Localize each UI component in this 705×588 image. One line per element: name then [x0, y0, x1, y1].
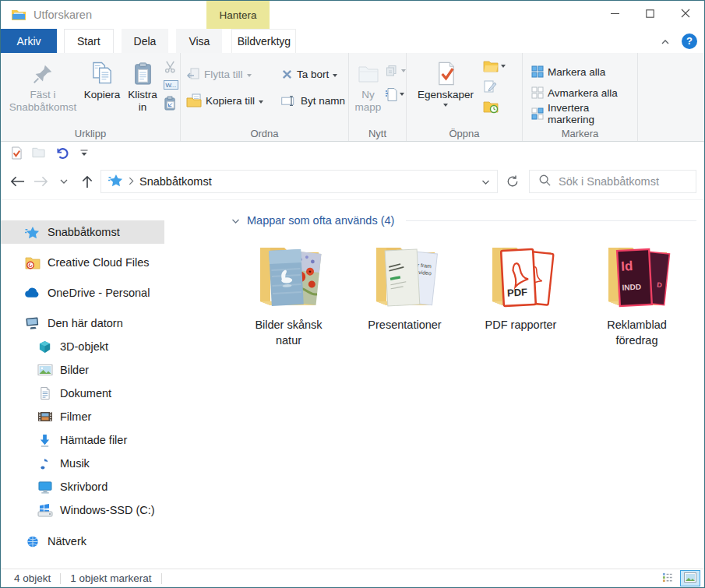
search-icon [538, 174, 551, 189]
cut-icon [164, 60, 177, 73]
history-button[interactable] [483, 97, 499, 116]
sidebar-item-3d-objects[interactable]: 3D-objekt [1, 335, 164, 358]
sidebar-item-downloads[interactable]: Hämtade filer [1, 428, 164, 452]
maximize-icon [646, 7, 654, 21]
qat-properties-button[interactable] [10, 146, 22, 160]
ribbon-group-select: Markera alla Avmarkera alla Invertera ma… [523, 53, 638, 141]
address-bar-row: Snabbåtkomst Sök i Snabbåtkomst [1, 164, 704, 200]
collapse-ribbon-icon[interactable] [661, 34, 670, 48]
sidebar-item-this-pc[interactable]: Den här datorn [1, 312, 164, 335]
sidebar-item-music[interactable]: Musik [1, 452, 164, 475]
tab-picture-tools[interactable]: Bildverktyg [231, 29, 296, 53]
close-icon [681, 7, 690, 21]
up-button[interactable] [76, 170, 99, 193]
properties-button[interactable]: Egenskaper [414, 57, 477, 116]
section-divider [406, 220, 696, 221]
paste-shortcut-button[interactable] [164, 94, 177, 113]
copy-to-button[interactable]: Kopiera till [186, 90, 281, 111]
qat-customize-button[interactable] [79, 148, 89, 157]
back-button[interactable] [5, 170, 29, 193]
invert-selection-button[interactable]: Invertera markering [531, 104, 637, 123]
sidebar-item-pictures[interactable]: Bilder [1, 358, 164, 382]
recent-locations-icon[interactable] [52, 170, 76, 193]
folder-tile-presentationer[interactable]: ar fram r video Presentationer [347, 237, 463, 348]
invert-selection-icon [531, 107, 544, 120]
qat-new-folder-button[interactable] [32, 147, 45, 158]
delete-button[interactable]: Ta bort [281, 64, 350, 84]
ribbon: Fäst i Snabbåtkomst Kopiera Klistra in [1, 53, 704, 142]
history-icon [483, 100, 499, 114]
sidebar-item-documents[interactable]: Dokument [1, 382, 164, 405]
forward-button[interactable] [29, 170, 52, 193]
qat-undo-button[interactable] [55, 146, 69, 160]
sidebar-item-creative-cloud[interactable]: Creative Cloud Files [1, 251, 164, 274]
folder-name: Bilder skånsk natur [241, 317, 337, 348]
sidebar-item-network[interactable]: Nätverk [1, 530, 164, 553]
copy-to-icon [186, 93, 202, 107]
search-box[interactable]: Sök i Snabbåtkomst [529, 170, 696, 193]
refresh-button[interactable] [498, 170, 527, 193]
thumbnail-view-button[interactable] [680, 570, 700, 586]
sidebar-item-onedrive[interactable]: OneDrive - Personal [1, 281, 164, 305]
folder-tile-reklamblad-foredrag[interactable]: D Id INDD Reklamblad föredrag [579, 237, 695, 348]
tab-share[interactable]: Dela [122, 29, 169, 53]
edit-button[interactable] [483, 77, 497, 96]
ribbon-group-organize: Flytta till Ta bort Kopiera till Byt nam… [181, 53, 349, 141]
tab-view[interactable]: Visa [176, 29, 222, 53]
sidebar-item-desktop[interactable]: Skrivbord [1, 475, 164, 498]
folder-tile-pdf-rapporter[interactable]: PDF PDF rapporter [463, 237, 579, 348]
window-title: Utforskaren [33, 9, 92, 21]
copy-path-button[interactable]: W... [164, 76, 178, 94]
copy-button[interactable]: Kopiera [79, 57, 125, 114]
sidebar-item-videos[interactable]: Filmer [1, 405, 164, 428]
move-to-button[interactable]: Flytta till [186, 64, 281, 84]
new-item-dropdown-icon [400, 93, 404, 98]
cut-button[interactable] [164, 57, 177, 76]
sidebar-item-windows-drive[interactable]: Windows-SSD (C:) [1, 498, 164, 522]
paste-button[interactable]: Klistra in [125, 57, 160, 114]
onedrive-cloud-icon [24, 287, 41, 298]
new-folder-icon [356, 57, 381, 86]
downloads-icon [37, 434, 53, 447]
new-item-button[interactable] [385, 85, 404, 104]
ribbon-tab-row: Arkiv Start Dela Visa Bildverktyg ? [1, 29, 704, 53]
status-bar: 4 objekt 1 objekt markerat [1, 569, 704, 587]
collapse-section-icon[interactable] [231, 213, 240, 227]
minimize-button[interactable] [597, 1, 633, 27]
address-bar[interactable]: Snabbåtkomst [100, 170, 498, 193]
sidebar-item-quick-access[interactable]: Snabbåtkomst [1, 220, 164, 244]
folder-tile-bilder-skansk-natur[interactable]: Bilder skånsk natur [231, 237, 347, 348]
select-none-button[interactable]: Avmarkera alla [531, 83, 637, 102]
details-view-icon [662, 572, 674, 585]
select-none-icon [531, 86, 544, 99]
edit-icon [483, 79, 497, 93]
creative-cloud-folder-icon [24, 256, 41, 269]
new-folder-button[interactable]: Ny mapp [354, 57, 382, 114]
paste-icon [132, 57, 154, 86]
tab-file-menu[interactable]: Arkiv [1, 29, 57, 53]
copy-icon [90, 57, 115, 86]
easy-access-button[interactable] [385, 62, 406, 80]
delete-dropdown-icon [333, 74, 337, 79]
group-label-new: Nytt [349, 128, 406, 139]
select-all-button[interactable]: Markera alla [531, 62, 637, 81]
rename-button[interactable]: Byt namn [281, 90, 350, 111]
close-button[interactable] [668, 1, 703, 27]
title-bar: Utforskaren Hantera [1, 1, 704, 29]
this-pc-icon [24, 316, 41, 330]
address-dropdown-icon[interactable] [481, 174, 490, 188]
details-view-button[interactable] [657, 570, 678, 586]
open-button[interactable] [483, 57, 506, 76]
breadcrumb-location[interactable]: Snabbåtkomst [139, 175, 212, 188]
help-button[interactable]: ? [682, 33, 697, 49]
pin-to-quick-access-button[interactable]: Fäst i Snabbåtkomst [6, 57, 79, 114]
ribbon-group-open: Egenskaper Öppna [407, 53, 523, 141]
maximize-button[interactable] [633, 1, 668, 27]
quick-access-toolbar [1, 142, 704, 164]
open-dropdown-icon [501, 65, 506, 70]
contextual-tab-group[interactable]: Hantera [206, 1, 270, 29]
delete-icon [281, 69, 293, 80]
search-placeholder: Sök i Snabbåtkomst [559, 175, 659, 188]
tab-start[interactable]: Start [64, 29, 114, 53]
frequent-folders-header[interactable]: Mappar som ofta används (4) [174, 213, 704, 227]
